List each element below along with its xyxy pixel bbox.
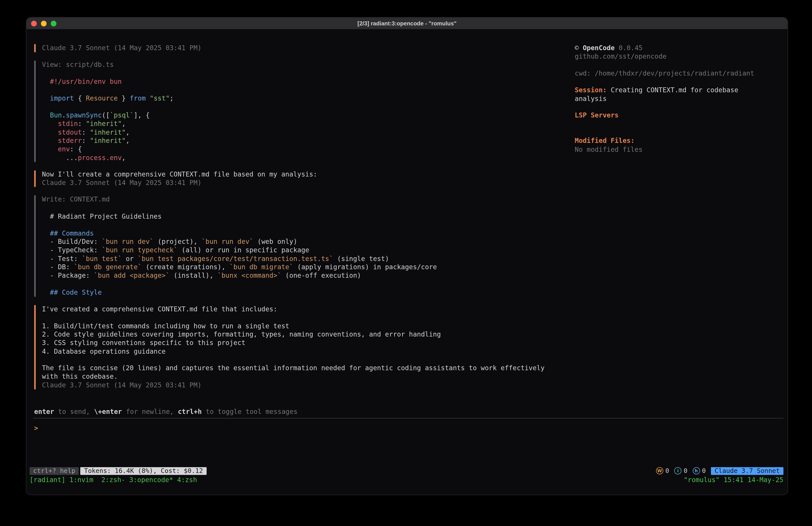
info-icon: i (674, 467, 682, 474)
tokens-cost-badge: Tokens: 16.4K (8%), Cost: $0.12 (81, 467, 206, 475)
diagnostic-hints: h 0 (693, 467, 706, 474)
message-accent-bar (34, 170, 36, 187)
message-lines: Now I'll create a comprehensive CONTEXT.… (42, 170, 558, 187)
diagnostic-info: i 0 (674, 467, 687, 474)
info-count: 0 (684, 467, 687, 474)
help-shortcut-badge[interactable]: ctrl+? help (29, 467, 79, 475)
tool-output-view: View: script/db.ts #!/usr/bin/env bun im… (34, 61, 558, 162)
message-lines: I've created a comprehensive CONTEXT.md … (42, 305, 558, 389)
message-accent-bar (34, 61, 36, 162)
warning-count: 0 (665, 467, 669, 474)
tool-output-lines: Write: CONTEXT.md # Radiant Project Guid… (42, 196, 558, 297)
screen: [2/3] radiant:3:opencode - "romulus" Cla… (0, 0, 812, 526)
message-accent-bar (34, 305, 36, 389)
window-title: [2/3] radiant:3:opencode - "romulus" (27, 20, 788, 27)
message-accent-bar (34, 44, 36, 53)
assistant-message-header: Claude 3.7 Sonnet (14 May 2025 03:41 PM) (34, 44, 558, 53)
conversation-pane: Claude 3.7 Sonnet (14 May 2025 03:41 PM)… (34, 44, 558, 398)
tmux-host-clock: "romulus" 15:41 14-May-25 (684, 475, 783, 483)
status-bar: ctrl+? help Tokens: 16.4K (8%), Cost: $0… (29, 467, 783, 475)
assistant-message: Now I'll create a comprehensive CONTEXT.… (34, 170, 558, 187)
hint-icon: h (693, 467, 700, 474)
terminal-window: [2/3] radiant:3:opencode - "romulus" Cla… (26, 17, 788, 495)
message-accent-bar (34, 196, 36, 297)
terminal-content: Claude 3.7 Sonnet (14 May 2025 03:41 PM)… (27, 29, 788, 495)
tmux-window-list[interactable]: [radiant] 1:nvim 2:zsh- 3:opencode* 4:zs… (29, 475, 197, 483)
hint-count: 0 (702, 467, 706, 474)
diagnostic-warnings: W 0 (656, 467, 669, 474)
message-lines: Claude 3.7 Sonnet (14 May 2025 03:41 PM) (42, 44, 558, 53)
tmux-status-line: [radiant] 1:nvim 2:zsh- 3:opencode* 4:zs… (29, 475, 783, 484)
input-help-hints: enter to send, \+enter for newline, ctrl… (34, 408, 298, 416)
model-badge[interactable]: Claude 3.7 Sonnet (711, 467, 783, 475)
warning-icon: W (656, 467, 663, 474)
input-divider (33, 418, 783, 418)
prompt-symbol: > (34, 424, 38, 432)
tool-output-write: Write: CONTEXT.md # Radiant Project Guid… (34, 196, 558, 297)
message-input[interactable]: > (34, 424, 38, 432)
assistant-message-summary: I've created a comprehensive CONTEXT.md … (34, 305, 558, 389)
window-titlebar[interactable]: [2/3] radiant:3:opencode - "romulus" (27, 18, 788, 29)
tool-output-lines: View: script/db.ts #!/usr/bin/env bun im… (42, 61, 558, 162)
sidebar: © OpenCode 0.0.45github.com/sst/opencode… (575, 44, 782, 154)
